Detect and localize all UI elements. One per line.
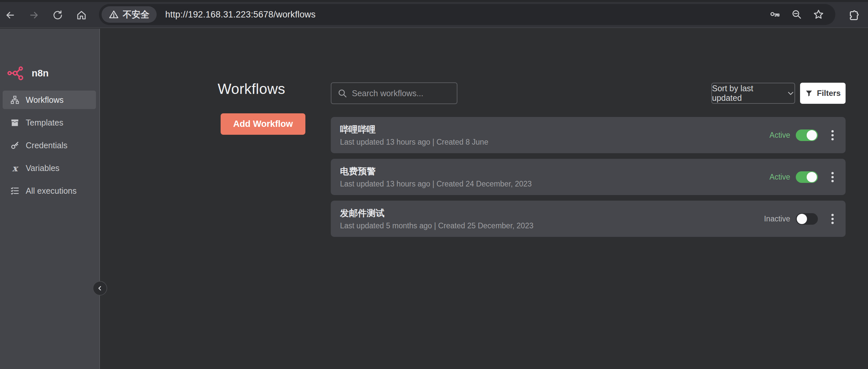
workflow-name[interactable]: 电费预警 xyxy=(340,165,532,177)
workflow-meta: Last updated 5 months ago | Created 25 D… xyxy=(340,222,533,230)
forward-icon xyxy=(28,9,39,21)
sidebar-item-all-executions[interactable]: All executions xyxy=(3,181,96,200)
extensions-icon xyxy=(848,9,860,21)
sidebar-item-workflows[interactable]: Workflows xyxy=(3,91,96,109)
chevron-down-icon xyxy=(787,89,795,97)
logo-text: n8n xyxy=(32,68,49,79)
filter-funnel-icon xyxy=(805,89,813,97)
security-chip[interactable]: 不安全 xyxy=(101,6,157,23)
reload-button[interactable] xyxy=(50,8,65,23)
back-button[interactable] xyxy=(3,8,18,23)
workflow-card[interactable]: 电费预警 Last updated 13 hours ago | Created… xyxy=(331,159,845,195)
home-icon xyxy=(76,9,87,21)
extensions-button[interactable] xyxy=(846,8,861,23)
browser-toolbar: 不安全 http://192.168.31.223:5678/workflows xyxy=(0,0,868,28)
workflow-name[interactable]: 发邮件测试 xyxy=(340,207,533,219)
templates-icon xyxy=(10,118,20,128)
url-text[interactable]: http://192.168.31.223:5678/workflows xyxy=(165,9,316,20)
kebab-menu-icon[interactable] xyxy=(829,170,836,184)
add-workflow-button[interactable]: Add Workflow xyxy=(221,113,305,135)
sidebar-item-variables[interactable]: x Variables xyxy=(3,159,96,177)
window-frame-strip xyxy=(0,0,868,2)
toggle-knob xyxy=(807,172,817,182)
workflow-meta: Last updated 13 hours ago | Created 24 D… xyxy=(340,179,532,189)
filters-button[interactable]: Filters xyxy=(800,83,845,104)
forward-button xyxy=(26,8,41,23)
sidebar-collapse-button[interactable] xyxy=(93,281,107,296)
workflow-list: 哔哩哔哩 Last updated 13 hours ago | Created… xyxy=(331,117,845,242)
executions-list-icon xyxy=(10,186,20,196)
credentials-key-icon xyxy=(10,140,20,150)
kebab-menu-icon[interactable] xyxy=(829,212,836,226)
toggle-knob xyxy=(797,214,807,224)
sort-dropdown[interactable]: Sort by last updated xyxy=(711,83,795,104)
reload-icon xyxy=(52,9,63,21)
add-workflow-label: Add Workflow xyxy=(233,119,293,129)
workflow-active-toggle[interactable] xyxy=(796,213,818,225)
star-icon[interactable] xyxy=(813,9,824,20)
sidebar-item-label: Workflows xyxy=(26,95,64,105)
workflow-card[interactable]: 哔哩哔哩 Last updated 13 hours ago | Created… xyxy=(331,117,845,153)
warning-triangle-icon xyxy=(109,9,119,20)
n8n-logo-icon xyxy=(7,66,27,81)
address-bar[interactable]: 不安全 http://192.168.31.223:5678/workflows xyxy=(99,4,835,25)
zoom-out-icon[interactable] xyxy=(791,9,802,20)
sidebar-item-credentials[interactable]: Credentials xyxy=(3,136,96,155)
n8n-logo[interactable]: n8n xyxy=(7,66,49,81)
workflow-name[interactable]: 哔哩哔哩 xyxy=(340,124,488,135)
sidebar-item-templates[interactable]: Templates xyxy=(3,113,96,132)
variables-icon: x xyxy=(10,163,20,173)
sidebar-item-label: Templates xyxy=(26,118,63,128)
workflow-search[interactable] xyxy=(331,82,457,104)
workflow-status-label: Active xyxy=(769,173,790,181)
main-content: Workflows Sort by last updated Filters A… xyxy=(101,29,868,369)
key-icon[interactable] xyxy=(769,9,781,20)
workflow-active-toggle[interactable] xyxy=(796,171,818,183)
filters-label: Filters xyxy=(817,89,841,98)
back-icon xyxy=(5,9,16,21)
workflow-meta: Last updated 13 hours ago | Created 8 Ju… xyxy=(340,138,488,146)
sidebar-item-label: All executions xyxy=(26,186,76,196)
search-input[interactable] xyxy=(352,89,447,98)
workflow-status-label: Active xyxy=(769,131,790,140)
security-label: 不安全 xyxy=(123,8,149,21)
home-button[interactable] xyxy=(74,8,89,23)
sidebar: n8n Workflows Templates Credentials x Va… xyxy=(0,29,100,369)
sidebar-item-label: Variables xyxy=(26,163,59,173)
workflow-card[interactable]: 发邮件测试 Last updated 5 months ago | Create… xyxy=(331,201,845,237)
search-icon xyxy=(337,88,347,98)
workflows-icon xyxy=(10,95,20,105)
toggle-knob xyxy=(807,130,817,140)
kebab-menu-icon[interactable] xyxy=(829,128,836,142)
chevron-left-icon xyxy=(97,285,103,292)
sort-label: Sort by last updated xyxy=(712,84,782,103)
workflow-status-label: Inactive xyxy=(764,214,790,223)
page-title: Workflows xyxy=(218,81,285,97)
workflow-active-toggle[interactable] xyxy=(796,130,818,141)
sidebar-menu: Workflows Templates Credentials x Variab… xyxy=(0,91,99,204)
sidebar-item-label: Credentials xyxy=(26,141,67,150)
